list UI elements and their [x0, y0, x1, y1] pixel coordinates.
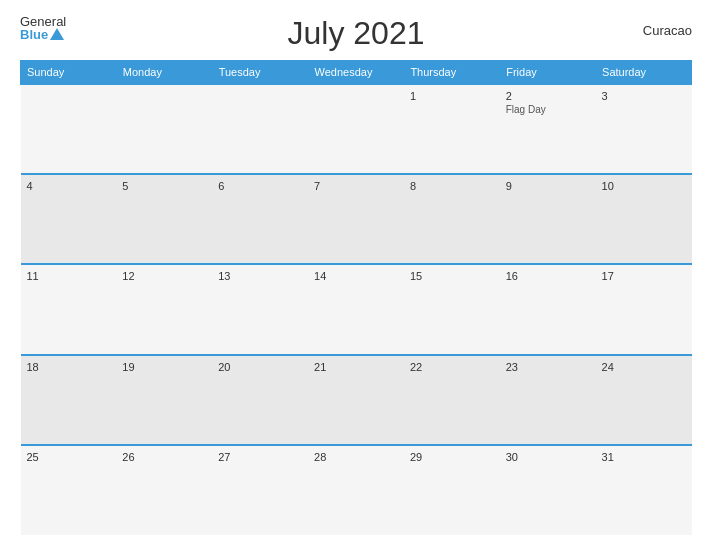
calendar-table: Sunday Monday Tuesday Wednesday Thursday…	[20, 60, 692, 535]
logo-blue-text: Blue	[20, 28, 66, 41]
day-number-18: 18	[27, 361, 111, 373]
logo-triangle-icon	[50, 28, 64, 40]
day-cell-w3-d2: 12	[116, 264, 212, 354]
day-cell-w5-d1: 25	[21, 445, 117, 535]
day-cell-w2-d4: 7	[308, 174, 404, 264]
day-number-2: 2	[506, 90, 590, 102]
day-cell-w4-d5: 22	[404, 355, 500, 445]
day-cell-w5-d6: 30	[500, 445, 596, 535]
header-thursday: Thursday	[404, 61, 500, 85]
calendar-container: General Blue July 2021 Curacao Sunday Mo…	[0, 0, 712, 550]
week-row-1: 12Flag Day3	[21, 84, 692, 174]
day-number-25: 25	[27, 451, 111, 463]
day-cell-w5-d7: 31	[596, 445, 692, 535]
day-number-3: 3	[602, 90, 686, 102]
calendar-body: 12Flag Day345678910111213141516171819202…	[21, 84, 692, 535]
day-cell-w5-d5: 29	[404, 445, 500, 535]
week-row-5: 25262728293031	[21, 445, 692, 535]
header-monday: Monday	[116, 61, 212, 85]
day-cell-w2-d3: 6	[212, 174, 308, 264]
day-cell-w4-d2: 19	[116, 355, 212, 445]
day-cell-w5-d2: 26	[116, 445, 212, 535]
day-cell-w5-d4: 28	[308, 445, 404, 535]
header-saturday: Saturday	[596, 61, 692, 85]
day-number-24: 24	[602, 361, 686, 373]
day-number-13: 13	[218, 270, 302, 282]
day-cell-w2-d1: 4	[21, 174, 117, 264]
country-label: Curacao	[643, 23, 692, 38]
day-number-27: 27	[218, 451, 302, 463]
day-cell-w4-d6: 23	[500, 355, 596, 445]
day-number-30: 30	[506, 451, 590, 463]
day-number-8: 8	[410, 180, 494, 192]
day-number-22: 22	[410, 361, 494, 373]
logo: General Blue	[20, 15, 66, 41]
day-number-23: 23	[506, 361, 590, 373]
day-cell-w1-d3	[212, 84, 308, 174]
day-cell-w4-d1: 18	[21, 355, 117, 445]
day-number-29: 29	[410, 451, 494, 463]
day-number-11: 11	[27, 270, 111, 282]
header-friday: Friday	[500, 61, 596, 85]
day-number-4: 4	[27, 180, 111, 192]
day-number-21: 21	[314, 361, 398, 373]
day-number-10: 10	[602, 180, 686, 192]
day-number-14: 14	[314, 270, 398, 282]
day-cell-w1-d5: 1	[404, 84, 500, 174]
header-sunday: Sunday	[21, 61, 117, 85]
day-number-9: 9	[506, 180, 590, 192]
week-row-3: 11121314151617	[21, 264, 692, 354]
day-cell-w3-d3: 13	[212, 264, 308, 354]
calendar-title: July 2021	[288, 15, 425, 52]
day-cell-w1-d4	[308, 84, 404, 174]
day-cell-w2-d5: 8	[404, 174, 500, 264]
day-number-1: 1	[410, 90, 494, 102]
day-cell-w4-d4: 21	[308, 355, 404, 445]
weekday-header-row: Sunday Monday Tuesday Wednesday Thursday…	[21, 61, 692, 85]
day-cell-w1-d1	[21, 84, 117, 174]
day-number-5: 5	[122, 180, 206, 192]
day-cell-w3-d4: 14	[308, 264, 404, 354]
day-cell-w1-d6: 2Flag Day	[500, 84, 596, 174]
header-tuesday: Tuesday	[212, 61, 308, 85]
day-number-16: 16	[506, 270, 590, 282]
day-cell-w3-d1: 11	[21, 264, 117, 354]
event-label-2: Flag Day	[506, 104, 590, 115]
day-cell-w1-d7: 3	[596, 84, 692, 174]
day-cell-w3-d5: 15	[404, 264, 500, 354]
week-row-2: 45678910	[21, 174, 692, 264]
week-row-4: 18192021222324	[21, 355, 692, 445]
day-number-6: 6	[218, 180, 302, 192]
day-number-7: 7	[314, 180, 398, 192]
header-wednesday: Wednesday	[308, 61, 404, 85]
day-cell-w4-d7: 24	[596, 355, 692, 445]
day-cell-w4-d3: 20	[212, 355, 308, 445]
day-cell-w1-d2	[116, 84, 212, 174]
day-number-15: 15	[410, 270, 494, 282]
day-number-19: 19	[122, 361, 206, 373]
day-cell-w2-d2: 5	[116, 174, 212, 264]
day-number-12: 12	[122, 270, 206, 282]
day-number-31: 31	[602, 451, 686, 463]
day-cell-w3-d7: 17	[596, 264, 692, 354]
day-cell-w5-d3: 27	[212, 445, 308, 535]
day-cell-w3-d6: 16	[500, 264, 596, 354]
calendar-header: General Blue July 2021 Curacao	[20, 15, 692, 52]
day-number-26: 26	[122, 451, 206, 463]
day-cell-w2-d6: 9	[500, 174, 596, 264]
day-cell-w2-d7: 10	[596, 174, 692, 264]
day-number-28: 28	[314, 451, 398, 463]
day-number-20: 20	[218, 361, 302, 373]
day-number-17: 17	[602, 270, 686, 282]
